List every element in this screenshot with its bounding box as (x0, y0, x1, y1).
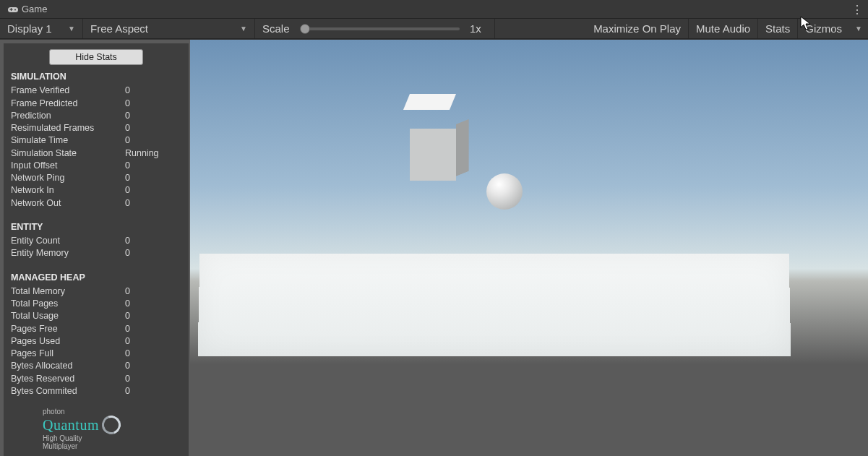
stat-value: 0 (125, 197, 181, 210)
stat-label: Network In (11, 184, 125, 197)
svg-rect-0 (8, 7, 18, 12)
stat-value: 0 (125, 298, 181, 310)
stat-value: 0 (125, 85, 181, 97)
stat-row: Network In0 (11, 184, 181, 197)
stat-label: Pages Used (11, 335, 125, 348)
stat-label: Bytes Reserved (11, 373, 125, 385)
scene-cube (410, 116, 456, 162)
stat-label: Resimulated Frames (11, 122, 125, 134)
slider-thumb[interactable] (300, 24, 310, 34)
stat-row: Simulate Time0 (11, 134, 181, 147)
stat-row: Resimulated Frames0 (11, 122, 181, 134)
logo-brand: photon (43, 408, 181, 416)
logo-tag2: Multiplayer (43, 442, 181, 450)
stat-row: Bytes Reserved0 (11, 373, 181, 385)
stat-value: 0 (125, 98, 181, 110)
stat-row: Entity Count0 (11, 235, 181, 247)
stat-row: Frame Predicted0 (11, 98, 181, 110)
stat-label: Simulation State (11, 147, 125, 160)
scale-value: 1x (470, 22, 487, 35)
tab-label: Game (22, 4, 47, 14)
stat-label: Pages Free (11, 323, 125, 335)
stat-row: Entity Memory0 (11, 247, 181, 259)
section-header-entity: ENTITY (11, 221, 181, 233)
game-viewport (190, 40, 868, 456)
logo-product: Quantum (43, 417, 99, 433)
quantum-logo: photon Quantum High Quality Multiplayer (11, 408, 181, 450)
stat-label: Network Ping (11, 172, 125, 184)
stat-label: Prediction (11, 110, 125, 122)
stat-row: Input Offset0 (11, 160, 181, 172)
stat-label: Frame Verified (11, 85, 125, 97)
stat-row: Pages Used0 (11, 335, 181, 348)
stats-overlay: Hide Stats SIMULATION Frame Verified0Fra… (4, 43, 189, 456)
stat-value: 0 (125, 247, 181, 259)
stat-value: 0 (125, 335, 181, 348)
stat-row: Simulation StateRunning (11, 147, 181, 160)
stat-row: Total Pages0 (11, 298, 181, 310)
logo-tag1: High Quality (43, 434, 181, 442)
display-label: Display 1 (7, 22, 52, 35)
stat-label: Pages Full (11, 348, 125, 360)
chevron-down-icon: ▼ (68, 25, 75, 33)
stat-value: 0 (125, 348, 181, 360)
stat-value: Running (125, 147, 181, 160)
stat-label: Bytes Allocated (11, 360, 125, 372)
stat-row: Total Memory0 (11, 285, 181, 298)
stat-row: Total Usage0 (11, 310, 181, 322)
stat-row: Pages Full0 (11, 348, 181, 360)
gizmos-dropdown[interactable]: ▼ (849, 19, 868, 38)
stat-label: Total Pages (11, 298, 125, 310)
stat-value: 0 (125, 110, 181, 122)
stat-value: 0 (125, 235, 181, 247)
stat-value: 0 (125, 160, 181, 172)
maximize-on-play-button[interactable]: Maximize On Play (586, 19, 689, 38)
stat-row: Prediction0 (11, 110, 181, 122)
stat-value: 0 (125, 122, 181, 134)
stat-label: Total Usage (11, 310, 125, 322)
aspect-label: Free Aspect (90, 22, 148, 35)
stat-value: 0 (125, 373, 181, 385)
scale-slider[interactable] (300, 27, 460, 30)
scene-sphere (486, 173, 523, 210)
display-dropdown[interactable]: Display 1 ▼ (0, 19, 83, 38)
stat-label: Simulate Time (11, 134, 125, 147)
stat-row: Network Out0 (11, 197, 181, 210)
stat-value: 0 (125, 310, 181, 322)
stat-label: Input Offset (11, 160, 125, 172)
mute-audio-button[interactable]: Mute Audio (689, 19, 758, 38)
stat-value: 0 (125, 172, 181, 184)
stat-label: Total Memory (11, 285, 125, 298)
stat-row: Network Ping0 (11, 172, 181, 184)
scene-ground (198, 254, 791, 356)
scale-label: Scale (262, 22, 290, 35)
stat-label: Frame Predicted (11, 98, 125, 110)
stat-label: Entity Memory (11, 247, 125, 259)
stat-row: Pages Free0 (11, 323, 181, 335)
tab-more-button[interactable]: ⋮ (851, 3, 864, 17)
stat-row: Frame Verified0 (11, 85, 181, 97)
gamepad-icon (7, 4, 19, 15)
svg-rect-3 (11, 8, 12, 11)
stat-value: 0 (125, 285, 181, 298)
stat-label: Network Out (11, 197, 125, 210)
hide-stats-button[interactable]: Hide Stats (49, 49, 143, 65)
tab-game[interactable]: Game (4, 1, 54, 18)
stat-label: Bytes Commited (11, 385, 125, 397)
stat-value: 0 (125, 360, 181, 372)
stat-row: Bytes Commited0 (11, 385, 181, 397)
stat-value: 0 (125, 323, 181, 335)
aspect-dropdown[interactable]: Free Aspect ▼ (83, 19, 255, 38)
section-header-heap: MANAGED HEAP (11, 272, 181, 284)
stat-row: Bytes Allocated0 (11, 360, 181, 372)
stat-value: 0 (125, 134, 181, 147)
stat-label: Entity Count (11, 235, 125, 247)
svg-point-1 (14, 9, 16, 10)
chevron-down-icon: ▼ (240, 25, 247, 33)
stats-button[interactable]: Stats (758, 19, 798, 38)
stat-value: 0 (125, 184, 181, 197)
stat-value: 0 (125, 385, 181, 397)
gizmos-button[interactable]: Gizmos (798, 19, 849, 38)
section-header-simulation: SIMULATION (11, 71, 181, 83)
